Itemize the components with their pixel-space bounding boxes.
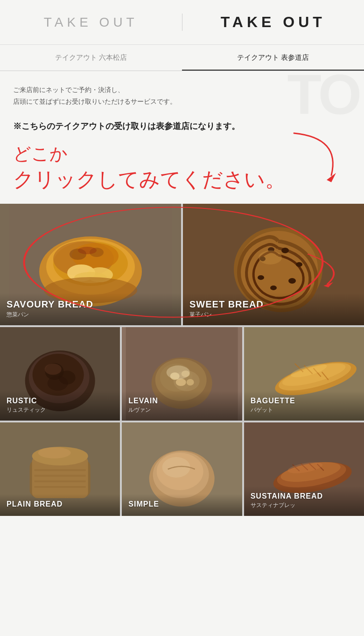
svg-point-21: [288, 278, 296, 284]
svg-point-43: [187, 379, 194, 386]
levain-label: LEVAIN ルヴァン: [122, 391, 242, 421]
svg-point-42: [176, 379, 186, 386]
watermark: TO: [287, 66, 359, 122]
svg-point-22: [270, 286, 277, 290]
plain-label: PLAIN BREAD: [0, 494, 120, 516]
card-simple[interactable]: SIMPLE: [122, 422, 242, 516]
plain-name-en: PLAIN BREAD: [7, 500, 113, 508]
levain-name-en: LEVAIN: [128, 396, 235, 405]
card-plain[interactable]: PLAIN BREAD: [0, 422, 120, 516]
header-right: TAKE OUT: [182, 14, 364, 31]
savoury-name-en: SAVOURY BREAD: [7, 299, 175, 310]
header-left: TAKE OUT: [0, 15, 182, 30]
sweet-label: SWEET BREAD 菓子パン: [183, 293, 364, 325]
simple-label: SIMPLE: [122, 494, 242, 516]
sustaina-label: SUSTAINA BREAD サスティナブレッ: [244, 486, 364, 516]
header-title-bold: TAKE OUT: [221, 14, 326, 31]
description-area: TO ご来店前にネットでご予約・決済し、 店頭にて並ばずにお受け取りいただけるサ…: [0, 71, 364, 112]
rustic-name-jp: リュスティック: [7, 406, 113, 414]
card-rustic[interactable]: RUSTIC リュスティック: [0, 327, 120, 421]
simple-name-en: SIMPLE: [128, 500, 235, 508]
svg-point-33: [48, 376, 68, 391]
tab-ropponmatsu[interactable]: テイクアウト 六本松店: [0, 45, 182, 71]
baguette-name-en: BAGUETTE: [251, 396, 357, 405]
grid-row-3: PLAIN BREAD SIMPLE: [0, 422, 364, 516]
rustic-name-en: RUSTIC: [7, 396, 113, 405]
card-sustaina[interactable]: SUSTAINA BREAD サスティナブレッ: [244, 422, 364, 516]
card-baguette[interactable]: BAGUETTE バゲット: [244, 327, 364, 421]
rustic-label: RUSTIC リュスティック: [0, 391, 120, 421]
svg-rect-61: [35, 480, 86, 482]
sustaina-name-en: SUSTAINA BREAD: [251, 492, 357, 500]
svg-rect-60: [35, 475, 86, 477]
svg-point-44: [167, 365, 190, 379]
baguette-label: BAGUETTE バゲット: [244, 391, 364, 421]
svg-point-26: [259, 250, 282, 264]
grid-row-2: RUSTIC リュスティック LEV: [0, 327, 364, 421]
svg-point-23: [258, 275, 264, 280]
svg-point-20: [296, 262, 302, 267]
svg-point-19: [281, 248, 289, 253]
grid-row-1: SAVOURY BREAD 惣菜パン: [0, 204, 364, 325]
svg-rect-62: [35, 486, 86, 488]
page-header: TAKE OUT TAKE OUT: [0, 0, 364, 45]
annotation-area: どこか クリックしてみてください。: [0, 143, 364, 204]
sweet-name-en: SWEET BREAD: [189, 299, 357, 310]
savoury-name-jp: 惣菜パン: [7, 311, 175, 319]
levain-name-jp: ルヴァン: [128, 406, 235, 414]
svg-rect-59: [35, 469, 86, 471]
svg-point-34: [45, 364, 62, 375]
card-savoury[interactable]: SAVOURY BREAD 惣菜パン: [0, 204, 181, 325]
baguette-name-jp: バゲット: [251, 406, 357, 414]
sweet-name-jp: 菓子パン: [189, 311, 357, 319]
svg-point-58: [38, 447, 71, 458]
arrow-annotation: [285, 129, 350, 185]
card-levain[interactable]: LEVAIN ルヴァン: [122, 327, 242, 421]
header-title-light: TAKE OUT: [44, 15, 138, 30]
svg-point-15: [78, 247, 97, 254]
card-sweet[interactable]: SWEET BREAD 菓子パン: [183, 204, 364, 325]
sustaina-name-jp: サスティナブレッ: [251, 501, 357, 509]
savoury-label: SAVOURY BREAD 惣菜パン: [0, 293, 181, 325]
